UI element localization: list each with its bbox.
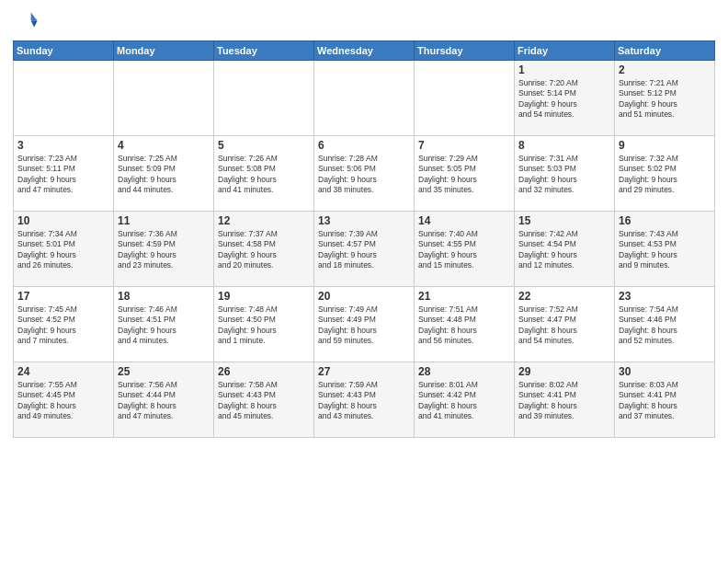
day-number: 24	[17, 365, 109, 378]
day-info: Sunrise: 8:01 AM Sunset: 4:42 PM Dayligh…	[418, 380, 510, 422]
day-info: Sunrise: 7:21 AM Sunset: 5:12 PM Dayligh…	[619, 78, 711, 121]
day-number: 28	[418, 365, 510, 378]
calendar-cell: 16Sunrise: 7:43 AM Sunset: 4:53 PM Dayli…	[615, 212, 715, 287]
day-info: Sunrise: 7:49 AM Sunset: 4:49 PM Dayligh…	[318, 304, 410, 347]
calendar-cell: 25Sunrise: 7:56 AM Sunset: 4:44 PM Dayli…	[114, 362, 214, 438]
header	[13, 9, 715, 35]
day-info: Sunrise: 7:52 AM Sunset: 4:47 PM Dayligh…	[518, 304, 610, 347]
day-info: Sunrise: 8:02 AM Sunset: 4:41 PM Dayligh…	[518, 380, 610, 422]
calendar-cell: 28Sunrise: 8:01 AM Sunset: 4:42 PM Dayli…	[415, 362, 515, 438]
day-number: 16	[619, 214, 711, 227]
day-number: 8	[518, 139, 610, 152]
calendar-cell: 15Sunrise: 7:42 AM Sunset: 4:54 PM Dayli…	[515, 212, 615, 287]
calendar-week-0: 1Sunrise: 7:20 AM Sunset: 5:14 PM Daylig…	[14, 61, 715, 136]
day-number: 19	[218, 290, 310, 303]
calendar-header-monday: Monday	[114, 41, 214, 61]
day-info: Sunrise: 7:36 AM Sunset: 4:59 PM Dayligh…	[118, 229, 210, 271]
logo	[13, 9, 40, 35]
calendar-week-1: 3Sunrise: 7:23 AM Sunset: 5:11 PM Daylig…	[14, 136, 715, 212]
calendar-cell: 29Sunrise: 8:02 AM Sunset: 4:41 PM Dayli…	[515, 362, 615, 438]
day-number: 10	[17, 214, 109, 227]
svg-marker-0	[31, 13, 38, 21]
calendar-cell: 13Sunrise: 7:39 AM Sunset: 4:57 PM Dayli…	[314, 212, 415, 287]
calendar-cell	[114, 61, 214, 136]
day-info: Sunrise: 7:59 AM Sunset: 4:43 PM Dayligh…	[318, 380, 410, 422]
day-info: Sunrise: 8:03 AM Sunset: 4:41 PM Dayligh…	[619, 380, 711, 422]
calendar-week-4: 24Sunrise: 7:55 AM Sunset: 4:45 PM Dayli…	[14, 362, 715, 438]
day-info: Sunrise: 7:25 AM Sunset: 5:09 PM Dayligh…	[118, 154, 210, 196]
calendar-cell: 21Sunrise: 7:51 AM Sunset: 4:48 PM Dayli…	[415, 287, 515, 362]
day-info: Sunrise: 7:58 AM Sunset: 4:43 PM Dayligh…	[218, 380, 310, 422]
day-number: 17	[17, 290, 109, 303]
calendar-cell: 26Sunrise: 7:58 AM Sunset: 4:43 PM Dayli…	[214, 362, 314, 438]
calendar-cell: 22Sunrise: 7:52 AM Sunset: 4:47 PM Dayli…	[515, 287, 615, 362]
day-number: 23	[619, 290, 711, 303]
calendar-cell: 23Sunrise: 7:54 AM Sunset: 4:46 PM Dayli…	[615, 287, 715, 362]
day-number: 4	[118, 139, 210, 152]
day-number: 30	[619, 365, 711, 378]
day-info: Sunrise: 7:55 AM Sunset: 4:45 PM Dayligh…	[17, 380, 109, 422]
calendar-cell: 12Sunrise: 7:37 AM Sunset: 4:58 PM Dayli…	[214, 212, 314, 287]
day-info: Sunrise: 7:45 AM Sunset: 4:52 PM Dayligh…	[17, 304, 109, 347]
day-number: 3	[17, 139, 109, 152]
day-number: 20	[318, 290, 410, 303]
day-info: Sunrise: 7:48 AM Sunset: 4:50 PM Dayligh…	[218, 304, 310, 347]
day-info: Sunrise: 7:32 AM Sunset: 5:02 PM Dayligh…	[619, 154, 711, 196]
day-number: 5	[218, 139, 310, 152]
day-number: 7	[418, 139, 510, 152]
day-info: Sunrise: 7:28 AM Sunset: 5:06 PM Dayligh…	[318, 154, 410, 196]
calendar-cell: 6Sunrise: 7:28 AM Sunset: 5:06 PM Daylig…	[314, 136, 415, 212]
day-number: 26	[218, 365, 310, 378]
calendar-week-2: 10Sunrise: 7:34 AM Sunset: 5:01 PM Dayli…	[14, 212, 715, 287]
calendar-header-thursday: Thursday	[415, 41, 515, 61]
calendar-header-wednesday: Wednesday	[314, 41, 415, 61]
day-info: Sunrise: 7:31 AM Sunset: 5:03 PM Dayligh…	[518, 154, 610, 196]
day-number: 18	[118, 290, 210, 303]
day-number: 29	[518, 365, 610, 378]
day-info: Sunrise: 7:54 AM Sunset: 4:46 PM Dayligh…	[619, 304, 711, 347]
day-number: 2	[619, 63, 711, 76]
calendar-cell: 5Sunrise: 7:26 AM Sunset: 5:08 PM Daylig…	[214, 136, 314, 212]
calendar-cell	[14, 61, 114, 136]
calendar-cell: 7Sunrise: 7:29 AM Sunset: 5:05 PM Daylig…	[415, 136, 515, 212]
calendar-cell: 3Sunrise: 7:23 AM Sunset: 5:11 PM Daylig…	[14, 136, 114, 212]
calendar-cell	[415, 61, 515, 136]
day-number: 15	[518, 214, 610, 227]
calendar-cell: 2Sunrise: 7:21 AM Sunset: 5:12 PM Daylig…	[615, 61, 715, 136]
day-number: 25	[118, 365, 210, 378]
calendar-header-saturday: Saturday	[615, 41, 715, 61]
calendar-cell	[214, 61, 314, 136]
calendar-cell: 24Sunrise: 7:55 AM Sunset: 4:45 PM Dayli…	[14, 362, 114, 438]
calendar-cell: 17Sunrise: 7:45 AM Sunset: 4:52 PM Dayli…	[14, 287, 114, 362]
page: SundayMondayTuesdayWednesdayThursdayFrid…	[0, 0, 728, 563]
day-info: Sunrise: 7:51 AM Sunset: 4:48 PM Dayligh…	[418, 304, 510, 347]
calendar-cell: 18Sunrise: 7:46 AM Sunset: 4:51 PM Dayli…	[114, 287, 214, 362]
day-info: Sunrise: 7:26 AM Sunset: 5:08 PM Dayligh…	[218, 154, 310, 196]
day-info: Sunrise: 7:34 AM Sunset: 5:01 PM Dayligh…	[17, 229, 109, 271]
day-number: 6	[318, 139, 410, 152]
calendar-cell: 4Sunrise: 7:25 AM Sunset: 5:09 PM Daylig…	[114, 136, 214, 212]
day-number: 22	[518, 290, 610, 303]
calendar-cell: 30Sunrise: 8:03 AM Sunset: 4:41 PM Dayli…	[615, 362, 715, 438]
day-number: 11	[118, 214, 210, 227]
calendar-week-3: 17Sunrise: 7:45 AM Sunset: 4:52 PM Dayli…	[14, 287, 715, 362]
calendar-cell: 14Sunrise: 7:40 AM Sunset: 4:55 PM Dayli…	[415, 212, 515, 287]
day-number: 12	[218, 214, 310, 227]
day-info: Sunrise: 7:56 AM Sunset: 4:44 PM Dayligh…	[118, 380, 210, 422]
calendar-cell: 1Sunrise: 7:20 AM Sunset: 5:14 PM Daylig…	[515, 61, 615, 136]
day-number: 9	[619, 139, 711, 152]
day-number: 13	[318, 214, 410, 227]
day-info: Sunrise: 7:29 AM Sunset: 5:05 PM Dayligh…	[418, 154, 510, 196]
day-info: Sunrise: 7:46 AM Sunset: 4:51 PM Dayligh…	[118, 304, 210, 347]
calendar-cell: 10Sunrise: 7:34 AM Sunset: 5:01 PM Dayli…	[14, 212, 114, 287]
day-number: 21	[418, 290, 510, 303]
day-number: 14	[418, 214, 510, 227]
day-info: Sunrise: 7:43 AM Sunset: 4:53 PM Dayligh…	[619, 229, 711, 271]
calendar-cell: 9Sunrise: 7:32 AM Sunset: 5:02 PM Daylig…	[615, 136, 715, 212]
calendar-table: SundayMondayTuesdayWednesdayThursdayFrid…	[13, 40, 715, 438]
day-info: Sunrise: 7:40 AM Sunset: 4:55 PM Dayligh…	[418, 229, 510, 271]
day-number: 1	[518, 63, 610, 76]
calendar-cell: 19Sunrise: 7:48 AM Sunset: 4:50 PM Dayli…	[214, 287, 314, 362]
calendar-header-sunday: Sunday	[14, 41, 114, 61]
day-info: Sunrise: 7:37 AM Sunset: 4:58 PM Dayligh…	[218, 229, 310, 271]
